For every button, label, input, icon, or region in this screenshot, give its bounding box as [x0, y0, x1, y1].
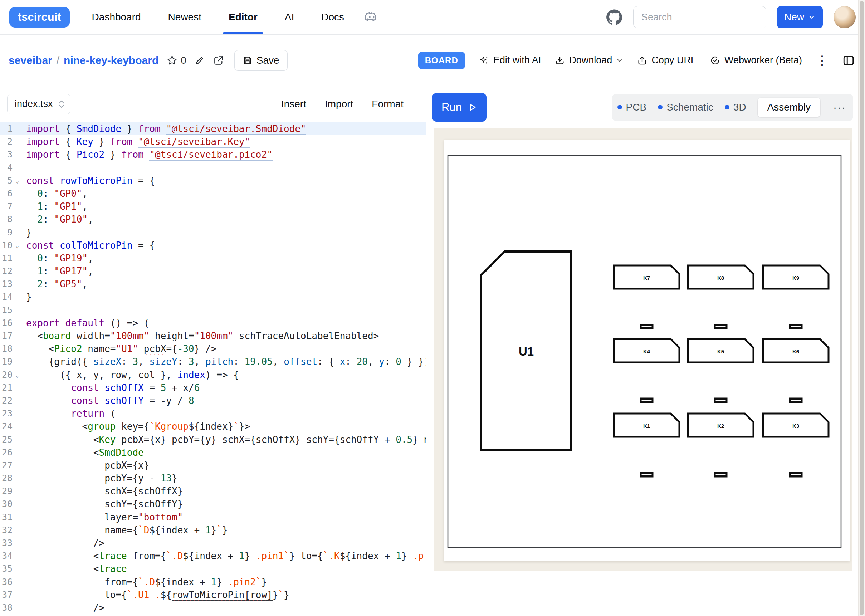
tab-pcb-label: PCB: [626, 102, 647, 113]
diode-line-icon: [791, 400, 801, 401]
github-icon[interactable]: [606, 9, 622, 25]
download-button[interactable]: Download: [554, 55, 623, 66]
key-label-K6: K6: [793, 349, 799, 355]
code-line-21[interactable]: 21 const schOffX = 5 + x/6: [0, 381, 426, 394]
code-line-19[interactable]: 19 {grid({ sizeX: 3, sizeY: 3, pitch: 19…: [0, 355, 426, 368]
nav-item-ai[interactable]: AI: [271, 0, 308, 35]
diode-line-icon: [791, 475, 801, 475]
nav-item-docs[interactable]: Docs: [308, 0, 358, 35]
editor-toolbar: index.tsx Insert Import Format: [0, 86, 426, 123]
star-icon[interactable]: [166, 55, 178, 66]
board-badge: BOARD: [418, 52, 465, 69]
code-area[interactable]: 1import { SmdDiode } from "@tsci/seveiba…: [0, 123, 426, 616]
3d-dot-icon: [725, 105, 729, 110]
view-tabs: PCB Schematic 3D Assembly ···: [612, 94, 853, 121]
code-line-11[interactable]: 11 0: "GP19",: [0, 252, 426, 265]
code-line-30[interactable]: 30 schY={schOffY}: [0, 498, 426, 511]
code-line-1[interactable]: 1import { SmdDiode } from "@tsci/seveiba…: [0, 123, 426, 135]
file-selector[interactable]: index.tsx: [7, 94, 71, 115]
top-nav: tscircuit Dashboard Newest Editor AI Doc…: [0, 0, 865, 35]
more-options-icon[interactable]: ⋮: [816, 54, 829, 67]
edit-with-ai-button[interactable]: Edit with AI: [479, 55, 541, 66]
save-button[interactable]: Save: [234, 50, 287, 71]
main-split: index.tsx Insert Import Format 1import {…: [0, 86, 858, 616]
code-line-15[interactable]: 15: [0, 304, 426, 317]
code-line-26[interactable]: 26 <SmdDiode: [0, 446, 426, 459]
key-label-K4: K4: [643, 349, 650, 355]
menu-import[interactable]: Import: [325, 98, 353, 110]
tab-3d[interactable]: 3D: [725, 102, 746, 113]
discord-icon[interactable]: [363, 0, 380, 35]
menu-insert[interactable]: Insert: [281, 98, 306, 110]
code-line-5[interactable]: 5⌄const rowToMicroPin = {: [0, 174, 426, 187]
copy-url-button[interactable]: Copy URL: [637, 55, 696, 66]
chip-label: U1: [519, 345, 534, 358]
tab-pcb[interactable]: PCB: [617, 102, 647, 113]
code-line-24[interactable]: 24 <group key={`Kgroup${index}`}>: [0, 420, 426, 433]
nav-item-newest[interactable]: Newest: [155, 0, 215, 35]
user-avatar[interactable]: [834, 6, 856, 28]
code-line-34[interactable]: 34 <trace from={`.D${index + 1} .pin1`} …: [0, 550, 426, 563]
tscircuit-logo[interactable]: tscircuit: [9, 7, 70, 28]
download-label: Download: [569, 55, 612, 66]
tab-3d-label: 3D: [733, 102, 746, 113]
code-line-4[interactable]: 4: [0, 161, 426, 174]
code-line-10[interactable]: 10⌄const colToMicroPin = {: [0, 239, 426, 252]
breadcrumb-separator: /: [57, 54, 60, 66]
nav-item-editor[interactable]: Editor: [215, 0, 271, 35]
save-floppy-icon: [243, 55, 253, 66]
code-line-37[interactable]: 37 to={`.U1 .${rowToMicroPin[row]}`}: [0, 588, 426, 601]
code-line-25[interactable]: 25 <Key pcbX={x} pcbY={y} schX={schOffX}…: [0, 433, 426, 446]
page-scrollbar[interactable]: [858, 0, 865, 616]
save-button-label: Save: [256, 55, 279, 66]
code-line-9[interactable]: 9}: [0, 226, 426, 239]
code-line-29[interactable]: 29 schX={schOffX}: [0, 485, 426, 498]
code-line-16[interactable]: 16export default () => (: [0, 317, 426, 330]
share-icon[interactable]: [213, 55, 224, 66]
tab-assembly[interactable]: Assembly: [758, 97, 820, 117]
code-line-12[interactable]: 12 1: "GP17",: [0, 265, 426, 278]
code-line-31[interactable]: 31 layer="bottom": [0, 511, 426, 524]
new-button[interactable]: New: [777, 6, 823, 28]
code-line-17[interactable]: 17 <board width="100mm" height="100mm" s…: [0, 330, 426, 343]
code-line-14[interactable]: 14}: [0, 291, 426, 303]
webworker-label: Webworker (Beta): [724, 55, 802, 66]
code-line-22[interactable]: 22 const schOffY = -y / 8: [0, 394, 426, 407]
code-line-3[interactable]: 3import { Pico2 } from "@tsci/seveibar.p…: [0, 148, 426, 161]
code-line-36[interactable]: 36 from={`.D${index + 1} .pin2`}: [0, 575, 426, 588]
page-scrollbar-thumb[interactable]: [860, 1, 864, 615]
code-line-33[interactable]: 33 />: [0, 537, 426, 550]
tabs-more-icon[interactable]: ···: [832, 101, 848, 113]
diode-line-icon: [791, 326, 801, 327]
breadcrumb-project[interactable]: nine-key-keyboard: [64, 54, 159, 66]
code-line-32[interactable]: 32 name={`D${index + 1}`}: [0, 524, 426, 537]
edit-with-ai-label: Edit with AI: [493, 55, 541, 66]
run-button[interactable]: Run: [432, 93, 487, 122]
code-line-2[interactable]: 2import { Key } from "@tsci/seveibar.Key…: [0, 135, 426, 148]
rename-pencil-icon[interactable]: [194, 55, 205, 66]
code-line-18[interactable]: 18 <Pico2 name="U1" pcbX={-30} />: [0, 343, 426, 355]
code-line-38[interactable]: 38 />: [0, 601, 426, 614]
code-line-13[interactable]: 13 2: "GP5",: [0, 278, 426, 291]
toggle-panel-icon[interactable]: [842, 54, 855, 67]
key-label-K7: K7: [643, 275, 650, 281]
assembly-canvas[interactable]: U1K7K8K9K4K5K6K1K2K3: [433, 129, 852, 570]
code-line-20[interactable]: 20⌄ ({ x, y, row, col }, index) => {: [0, 368, 426, 381]
breadcrumb-owner[interactable]: seveibar: [9, 54, 52, 66]
code-line-6[interactable]: 6 0: "GP0",: [0, 187, 426, 200]
code-line-35[interactable]: 35 <trace: [0, 563, 426, 575]
code-line-7[interactable]: 7 1: "GP1",: [0, 200, 426, 213]
nav-item-dashboard[interactable]: Dashboard: [78, 0, 155, 35]
key-label-K1: K1: [643, 423, 650, 429]
diode-line-icon: [716, 475, 726, 475]
webworker-button[interactable]: Webworker (Beta): [710, 55, 802, 66]
code-line-28[interactable]: 28 pcbY={y - 13}: [0, 472, 426, 485]
code-line-8[interactable]: 8 2: "GP10",: [0, 213, 426, 226]
key-label-K3: K3: [793, 423, 799, 429]
search-input[interactable]: [633, 6, 766, 28]
code-line-23[interactable]: 23 return (: [0, 407, 426, 420]
code-line-27[interactable]: 27 pcbX={x}: [0, 459, 426, 472]
tab-schematic[interactable]: Schematic: [658, 102, 713, 113]
editor-menus: Insert Import Format: [281, 98, 419, 110]
menu-format[interactable]: Format: [372, 98, 403, 110]
